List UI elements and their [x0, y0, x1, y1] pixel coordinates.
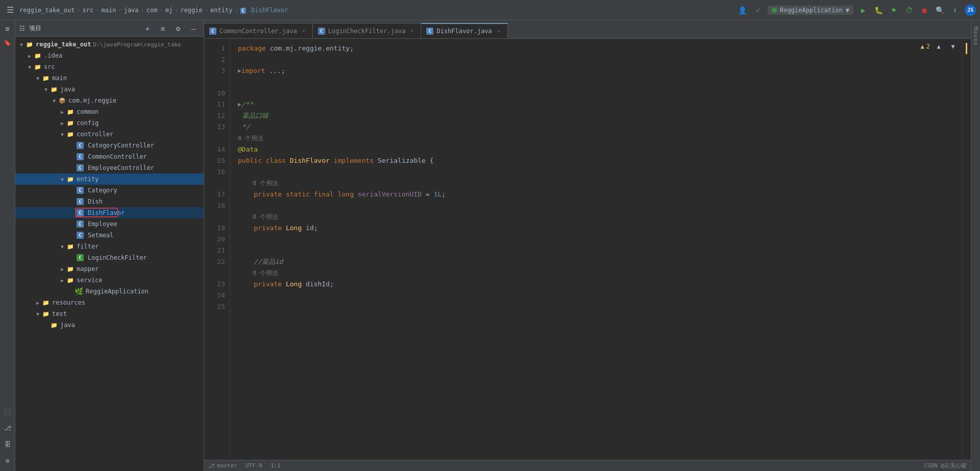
- scroll-up-icon[interactable]: ▲: [933, 41, 944, 52]
- tree-arrow-root: ▼: [17, 42, 26, 47]
- collapse-icon[interactable]: ≡: [157, 22, 169, 35]
- tree-arrow-test: ▼: [34, 311, 42, 317]
- new-file-icon[interactable]: +: [141, 22, 154, 35]
- folder-icon-mapper: 📁: [66, 265, 75, 273]
- tree-item-src[interactable]: ▼ 📁 src: [15, 61, 204, 72]
- code-line-2: [238, 54, 962, 65]
- tab-close-logincheckfilter[interactable]: ×: [408, 28, 415, 35]
- tree-item-filter[interactable]: ▼ 📁 filter: [15, 241, 204, 252]
- tree-label-test: test: [52, 310, 67, 317]
- sidebar-icon-git[interactable]: ⎇: [2, 422, 14, 434]
- profile-icon[interactable]: ⏱: [903, 5, 915, 16]
- scroll-down-icon[interactable]: ▼: [947, 41, 959, 52]
- kw-implements: implements: [334, 155, 378, 166]
- code-line-25: [238, 301, 962, 312]
- tree-arrow-idea: ▶: [26, 53, 34, 59]
- coverage-icon[interactable]: ⚑: [888, 5, 899, 16]
- settings-gear-icon[interactable]: ⚙: [172, 22, 184, 35]
- tree-item-java-test[interactable]: ▶ 📁 java: [15, 319, 204, 331]
- tree-item-root[interactable]: ▼ 📁 reggie_take_out D:\javaProgram\reggi…: [15, 39, 204, 50]
- minimize-icon[interactable]: —: [187, 22, 200, 35]
- tree-item-package[interactable]: ▼ 📦 com.mj.reggie: [15, 95, 204, 106]
- sidebar-icon-settings[interactable]: ⚙: [2, 455, 14, 467]
- tree-arrow-common: ▶: [58, 109, 66, 115]
- line-num-13: 13: [204, 121, 229, 133]
- tree-item-mapper[interactable]: ▶ 📁 mapper: [15, 263, 204, 275]
- code-hint-2: 0 个用法: [238, 178, 278, 189]
- tree-item-controller[interactable]: ▼ 📁 controller: [15, 129, 204, 140]
- status-encoding: UTF-8: [246, 462, 262, 469]
- tab-logincheckfilter[interactable]: C LoginCheckFilter.java ×: [313, 23, 422, 38]
- tree-item-service[interactable]: ▶ 📁 service: [15, 275, 204, 286]
- tree-item-dish[interactable]: ▶ C Dish: [15, 196, 204, 207]
- tree-item-java[interactable]: ▼ 📁 java: [15, 84, 204, 95]
- status-right: CSDN @云无心嗳: [924, 462, 967, 469]
- tree-label-reggieapp: ReggieApplication: [86, 288, 149, 295]
- folder-icon-main: 📁: [42, 74, 50, 82]
- sidebar-icon-db[interactable]: 🗄: [2, 438, 14, 451]
- tree-item-idea[interactable]: ▶ 📁 .idea: [15, 50, 204, 61]
- menu-icon[interactable]: ☰: [4, 4, 16, 16]
- sidebar-icon-structure[interactable]: ≡: [2, 22, 14, 35]
- run-icon[interactable]: ▶: [857, 5, 869, 16]
- maven-tab[interactable]: Maven: [971, 22, 980, 50]
- tree-item-employeecontroller[interactable]: ▶ C EmployeeController: [15, 162, 204, 173]
- file-tree: ☷ 项目 + ≡ ⚙ — ▼ 📁 reggie_take_out D:\java…: [15, 20, 204, 471]
- tree-label-employeecontroller: EmployeeController: [88, 164, 154, 171]
- spring-icon-reggieapp: 🌿: [75, 287, 83, 295]
- search-icon[interactable]: 🔍: [934, 5, 945, 16]
- run-config[interactable]: ReggieApplication ▼: [768, 6, 853, 15]
- line-num-23: 23: [204, 279, 229, 290]
- sidebar-icon-terminal[interactable]: ⬛: [2, 406, 14, 418]
- encoding-label: UTF-8: [246, 462, 262, 469]
- tree-label-src: src: [44, 63, 55, 70]
- class-icon-categorycontroller: C: [77, 142, 84, 149]
- warning-icon: ▲: [921, 43, 924, 50]
- tree-item-commoncontroller[interactable]: ▶ C CommonController: [15, 151, 204, 162]
- tab-close-commoncontroller[interactable]: ×: [300, 28, 307, 35]
- fold-indicator-import[interactable]: ▶: [238, 65, 241, 77]
- tree-item-categorycontroller[interactable]: ▶ C CategoryController: [15, 140, 204, 151]
- tree-item-config[interactable]: ▶ 📁 config: [15, 117, 204, 129]
- tree-item-reggieapp[interactable]: ▶ 🌿 ReggieApplication: [15, 286, 204, 297]
- avatar-icon[interactable]: JS: [965, 5, 976, 16]
- tab-icon-logincheckfilter: C: [318, 28, 325, 35]
- tree-label-main: main: [52, 75, 67, 82]
- debug-icon[interactable]: 🐛: [873, 5, 884, 16]
- file-tree-body: ▼ 📁 reggie_take_out D:\javaProgram\reggi…: [15, 37, 204, 471]
- tree-item-employee[interactable]: ▶ C Employee: [15, 218, 204, 230]
- tab-commoncontroller[interactable]: C CommonController.java ×: [204, 23, 313, 38]
- fold-indicator-javadoc[interactable]: ▶: [238, 99, 241, 110]
- run-config-status: [772, 8, 777, 13]
- tree-item-category[interactable]: ▶ C Category: [15, 185, 204, 196]
- vcs-icon[interactable]: 👤: [737, 5, 748, 16]
- tab-dishflavor[interactable]: C DishFlavor.java ×: [421, 23, 507, 38]
- code-body[interactable]: package com.mj.reggie.entity; ▶ import .…: [230, 39, 962, 460]
- kw-package: package: [238, 43, 270, 54]
- update-icon[interactable]: ⬆: [949, 5, 961, 16]
- tab-label-commoncontroller: CommonController.java: [219, 28, 297, 35]
- code-inline-comment: //菜品id: [254, 256, 283, 267]
- breadcrumb: reggie_take_out › src › main › java › co…: [19, 7, 288, 14]
- code-line-13: */: [238, 121, 962, 133]
- tree-item-main[interactable]: ▼ 📁 main: [15, 72, 204, 84]
- tree-item-resources[interactable]: ▶ 📁 resources: [15, 297, 204, 308]
- line-num-24: 24: [204, 290, 229, 301]
- tree-item-test[interactable]: ▼ 📁 test: [15, 308, 204, 319]
- sidebar-icon-bookmark[interactable]: 🔖: [2, 37, 14, 49]
- tab-close-dishflavor[interactable]: ×: [495, 28, 502, 35]
- class-icon-logincheckfilter: C: [77, 254, 84, 261]
- line-num-1: 1: [204, 43, 229, 54]
- tree-item-logincheckfilter[interactable]: ▶ C LoginCheckFilter: [15, 252, 204, 263]
- tree-arrow-src: ▼: [26, 64, 34, 70]
- line-num-10: 10: [204, 88, 229, 99]
- tree-item-dishflavor[interactable]: ▶ C DishFlavor: [15, 207, 204, 218]
- commit-icon[interactable]: ✓: [752, 5, 764, 16]
- breadcrumb-com: com: [146, 7, 158, 14]
- tree-item-common[interactable]: ▶ 📁 common: [15, 106, 204, 117]
- code-hint-4: 0 个用法: [238, 267, 278, 279]
- tree-item-setmeal[interactable]: ▶ C Setmeal: [15, 230, 204, 241]
- stop-icon[interactable]: ■: [919, 5, 930, 16]
- kw-private-1: private: [254, 189, 286, 200]
- tree-item-entity[interactable]: ▼ 📁 entity: [15, 173, 204, 185]
